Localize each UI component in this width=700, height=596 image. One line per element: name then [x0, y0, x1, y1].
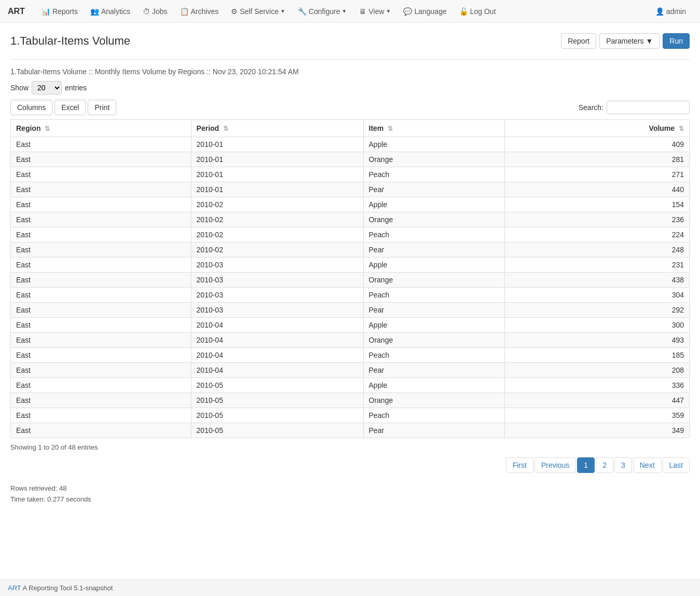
show-label: Show	[10, 84, 29, 92]
cell-period: 2010-05	[191, 393, 363, 408]
col-label-volume: Volume	[649, 124, 675, 132]
table-row: East 2010-03 Orange 438	[11, 273, 690, 288]
cell-item: Orange	[363, 333, 505, 348]
cell-item: Apple	[363, 318, 505, 333]
parameters-label: Parameters	[606, 37, 643, 45]
col-label-period: Period	[197, 124, 219, 132]
entries-label: entries	[65, 84, 87, 92]
cell-region: East	[11, 197, 191, 212]
cell-item: Peach	[363, 348, 505, 363]
page-3-button[interactable]: 3	[614, 457, 632, 473]
cell-region: East	[11, 378, 191, 393]
last-button[interactable]: Last	[663, 457, 690, 473]
cell-volume: 271	[505, 167, 690, 182]
nav-item-reports[interactable]: 📊 Reports	[35, 0, 84, 23]
cell-volume: 493	[505, 333, 690, 348]
nav-item-logout[interactable]: 🔓 Log Out	[453, 0, 502, 23]
next-button[interactable]: Next	[633, 457, 662, 473]
parameters-button[interactable]: Parameters ▼	[599, 33, 660, 49]
report-subtitle: 1.Tabular-Items Volume :: Monthly Items …	[10, 67, 690, 76]
cell-period: 2010-01	[191, 182, 363, 197]
nav-label-self-service: Self Service	[240, 7, 279, 16]
cell-volume: 336	[505, 378, 690, 393]
showing-info: Showing 1 to 20 of 48 entries	[10, 443, 690, 451]
nav-item-archives[interactable]: 📋 Archives	[174, 0, 225, 23]
columns-button[interactable]: Columns	[10, 100, 52, 115]
table-row: East 2010-05 Peach 359	[11, 408, 690, 423]
cell-period: 2010-01	[191, 167, 363, 182]
previous-button[interactable]: Previous	[534, 457, 576, 473]
col-header-period[interactable]: Period ⇅	[191, 120, 363, 137]
action-buttons: Columns Excel Print	[10, 100, 116, 115]
print-button[interactable]: Print	[88, 100, 116, 115]
search-input[interactable]	[607, 101, 690, 114]
cell-item: Pear	[363, 182, 505, 197]
report-button[interactable]: Report	[561, 33, 596, 49]
data-table: Region ⇅ Period ⇅ Item ⇅ Volume ⇅ East	[10, 119, 690, 438]
cell-volume: 248	[505, 242, 690, 258]
configure-dropdown-icon: ▼	[342, 8, 347, 14]
cell-item: Peach	[363, 288, 505, 303]
cell-volume: 440	[505, 182, 690, 197]
cell-item: Orange	[363, 273, 505, 288]
cell-volume: 292	[505, 303, 690, 318]
cell-item: Orange	[363, 212, 505, 227]
header-row: Region ⇅ Period ⇅ Item ⇅ Volume ⇅	[11, 120, 690, 137]
col-header-region[interactable]: Region ⇅	[11, 120, 191, 137]
cell-volume: 185	[505, 348, 690, 363]
run-button[interactable]: Run	[663, 33, 690, 49]
nav-item-jobs[interactable]: ⏱ Jobs	[136, 0, 174, 23]
title-buttons: Report Parameters ▼ Run	[561, 33, 690, 49]
col-header-volume[interactable]: Volume ⇅	[505, 120, 690, 137]
archives-icon: 📋	[180, 7, 189, 16]
table-row: East 2010-04 Apple 300	[11, 318, 690, 333]
excel-button[interactable]: Excel	[54, 100, 86, 115]
cell-region: East	[11, 258, 191, 273]
cell-volume: 154	[505, 197, 690, 212]
show-select[interactable]: 10 20 50 100	[32, 81, 62, 94]
nav-user-label: admin	[666, 7, 686, 16]
cell-region: East	[11, 137, 191, 152]
nav-label-archives: Archives	[191, 7, 219, 16]
page-title: 1.Tabular-Items Volume	[10, 34, 130, 48]
cell-period: 2010-04	[191, 333, 363, 348]
page-2-button[interactable]: 2	[596, 457, 613, 473]
app-brand[interactable]: ART	[8, 7, 25, 16]
col-header-item[interactable]: Item ⇅	[363, 120, 505, 137]
cell-item: Apple	[363, 137, 505, 152]
nav-item-analytics[interactable]: 👥 Analytics	[84, 0, 136, 23]
cell-volume: 236	[505, 212, 690, 227]
configure-icon: 🔧	[298, 7, 307, 16]
table-row: East 2010-02 Apple 154	[11, 197, 690, 212]
cell-period: 2010-05	[191, 408, 363, 423]
cell-period: 2010-03	[191, 258, 363, 273]
show-entries-row: Show 10 20 50 100 entries	[10, 81, 690, 94]
main-content: 1.Tabular-Items Volume Report Parameters…	[0, 23, 700, 516]
cell-period: 2010-03	[191, 288, 363, 303]
table-row: East 2010-04 Peach 185	[11, 348, 690, 363]
nav-items: 📊 Reports 👥 Analytics ⏱ Jobs 📋 Archives …	[35, 0, 692, 23]
nav-item-view[interactable]: 🖥 View ▼	[353, 0, 397, 23]
nav-item-configure[interactable]: 🔧 Configure ▼	[292, 0, 353, 23]
page-1-button[interactable]: 1	[577, 457, 595, 473]
table-row: East 2010-04 Pear 208	[11, 363, 690, 378]
table-row: East 2010-05 Apple 336	[11, 378, 690, 393]
sort-icon-item: ⇅	[388, 125, 393, 132]
cell-region: East	[11, 423, 191, 438]
search-row: Search:	[579, 101, 690, 114]
cell-item: Pear	[363, 363, 505, 378]
nav-item-language[interactable]: 💬 Language	[397, 0, 452, 23]
table-header: Region ⇅ Period ⇅ Item ⇅ Volume ⇅	[11, 120, 690, 137]
first-button[interactable]: First	[506, 457, 533, 473]
nav-item-user: 👤 admin	[649, 0, 692, 23]
cell-item: Apple	[363, 197, 505, 212]
cell-volume: 349	[505, 423, 690, 438]
cell-period: 2010-03	[191, 273, 363, 288]
cell-period: 2010-01	[191, 137, 363, 152]
cell-item: Peach	[363, 408, 505, 423]
showing-text: Showing 1 to 20 of 48 entries	[10, 443, 98, 451]
nav-item-self-service[interactable]: ⚙ Self Service ▼	[225, 0, 292, 23]
nav-label-reports: Reports	[52, 7, 78, 16]
user-icon: 👤	[655, 7, 664, 16]
cell-volume: 281	[505, 152, 690, 167]
